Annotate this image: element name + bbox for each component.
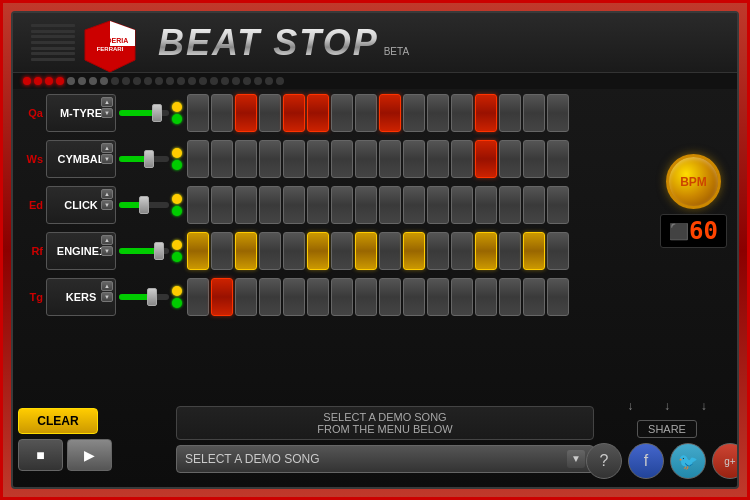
pad-qa-6[interactable] — [331, 94, 353, 132]
spinner-tg[interactable]: ▲ ▼ — [101, 281, 113, 303]
slider-handle-rf[interactable] — [154, 242, 164, 260]
spinner-ws[interactable]: ▲ ▼ — [101, 143, 113, 165]
twitter-button[interactable]: 🐦 — [670, 443, 706, 479]
pad-ws-12[interactable] — [475, 140, 497, 178]
pad-qa-13[interactable] — [499, 94, 521, 132]
slider-track-rf[interactable] — [119, 248, 169, 254]
pad-qa-12[interactable] — [475, 94, 497, 132]
pad-ed-4[interactable] — [283, 186, 305, 224]
slider-track-ws[interactable] — [119, 156, 169, 162]
pad-ws-0[interactable] — [187, 140, 209, 178]
pad-ed-13[interactable] — [499, 186, 521, 224]
pad-rf-11[interactable] — [451, 232, 473, 270]
pad-tg-11[interactable] — [451, 278, 473, 316]
pad-tg-5[interactable] — [307, 278, 329, 316]
slider-track-qa[interactable] — [119, 110, 169, 116]
pad-ws-13[interactable] — [499, 140, 521, 178]
pad-rf-1[interactable] — [211, 232, 233, 270]
pad-qa-0[interactable] — [187, 94, 209, 132]
pad-tg-7[interactable] — [355, 278, 377, 316]
spinner-up-rf[interactable]: ▲ — [101, 235, 113, 245]
pad-rf-9[interactable] — [403, 232, 425, 270]
pad-qa-2[interactable] — [235, 94, 257, 132]
pad-rf-15[interactable] — [547, 232, 569, 270]
pad-tg-3[interactable] — [259, 278, 281, 316]
slider-handle-tg[interactable] — [147, 288, 157, 306]
pad-tg-10[interactable] — [427, 278, 449, 316]
pad-ed-6[interactable] — [331, 186, 353, 224]
pad-ws-6[interactable] — [331, 140, 353, 178]
pad-rf-6[interactable] — [331, 232, 353, 270]
pad-rf-5[interactable] — [307, 232, 329, 270]
play-button[interactable]: ▶ — [67, 439, 112, 471]
pad-ws-2[interactable] — [235, 140, 257, 178]
spinner-down-qa[interactable]: ▼ — [101, 108, 113, 118]
demo-select[interactable]: SELECT A DEMO SONG ▼ — [176, 445, 594, 473]
pad-ed-12[interactable] — [475, 186, 497, 224]
pad-tg-4[interactable] — [283, 278, 305, 316]
pad-qa-7[interactable] — [355, 94, 377, 132]
pad-ws-9[interactable] — [403, 140, 425, 178]
pad-tg-14[interactable] — [523, 278, 545, 316]
pad-rf-7[interactable] — [355, 232, 377, 270]
slider-handle-ws[interactable] — [144, 150, 154, 168]
spinner-up-ws[interactable]: ▲ — [101, 143, 113, 153]
pad-tg-8[interactable] — [379, 278, 401, 316]
spinner-up-tg[interactable]: ▲ — [101, 281, 113, 291]
pad-ed-2[interactable] — [235, 186, 257, 224]
pad-qa-3[interactable] — [259, 94, 281, 132]
spinner-down-tg[interactable]: ▼ — [101, 292, 113, 302]
pad-ed-10[interactable] — [427, 186, 449, 224]
pad-tg-2[interactable] — [235, 278, 257, 316]
pad-ws-5[interactable] — [307, 140, 329, 178]
google-plus-button[interactable]: g+ — [712, 443, 739, 479]
pad-rf-10[interactable] — [427, 232, 449, 270]
pad-qa-14[interactable] — [523, 94, 545, 132]
pad-qa-1[interactable] — [211, 94, 233, 132]
pad-ws-7[interactable] — [355, 140, 377, 178]
pad-ws-11[interactable] — [451, 140, 473, 178]
pad-tg-9[interactable] — [403, 278, 425, 316]
pad-ed-5[interactable] — [307, 186, 329, 224]
slider-track-ed[interactable] — [119, 202, 169, 208]
bpm-knob[interactable]: BPM — [666, 154, 721, 209]
pad-rf-12[interactable] — [475, 232, 497, 270]
pad-qa-15[interactable] — [547, 94, 569, 132]
pad-rf-14[interactable] — [523, 232, 545, 270]
pad-ed-0[interactable] — [187, 186, 209, 224]
pad-ed-7[interactable] — [355, 186, 377, 224]
pad-tg-15[interactable] — [547, 278, 569, 316]
pad-qa-11[interactable] — [451, 94, 473, 132]
spinner-up-ed[interactable]: ▲ — [101, 189, 113, 199]
pad-ws-1[interactable] — [211, 140, 233, 178]
pad-ed-9[interactable] — [403, 186, 425, 224]
pad-ws-15[interactable] — [547, 140, 569, 178]
pad-qa-9[interactable] — [403, 94, 425, 132]
pad-qa-10[interactable] — [427, 94, 449, 132]
spinner-up-qa[interactable]: ▲ — [101, 97, 113, 107]
help-button[interactable]: ? — [586, 443, 622, 479]
pad-rf-8[interactable] — [379, 232, 401, 270]
pad-qa-4[interactable] — [283, 94, 305, 132]
pad-ed-8[interactable] — [379, 186, 401, 224]
pad-qa-5[interactable] — [307, 94, 329, 132]
pad-tg-0[interactable] — [187, 278, 209, 316]
pad-ed-15[interactable] — [547, 186, 569, 224]
pad-ed-3[interactable] — [259, 186, 281, 224]
pad-ws-8[interactable] — [379, 140, 401, 178]
spinner-qa[interactable]: ▲ ▼ — [101, 97, 113, 119]
pad-tg-6[interactable] — [331, 278, 353, 316]
spinner-down-rf[interactable]: ▼ — [101, 246, 113, 256]
facebook-button[interactable]: f — [628, 443, 664, 479]
pad-rf-2[interactable] — [235, 232, 257, 270]
pad-ed-1[interactable] — [211, 186, 233, 224]
pad-ed-14[interactable] — [523, 186, 545, 224]
pad-ws-10[interactable] — [427, 140, 449, 178]
pad-rf-3[interactable] — [259, 232, 281, 270]
clear-button[interactable]: CLEAR — [18, 408, 98, 434]
pad-tg-13[interactable] — [499, 278, 521, 316]
slider-handle-qa[interactable] — [152, 104, 162, 122]
spinner-down-ws[interactable]: ▼ — [101, 154, 113, 164]
pad-ed-11[interactable] — [451, 186, 473, 224]
pad-rf-4[interactable] — [283, 232, 305, 270]
